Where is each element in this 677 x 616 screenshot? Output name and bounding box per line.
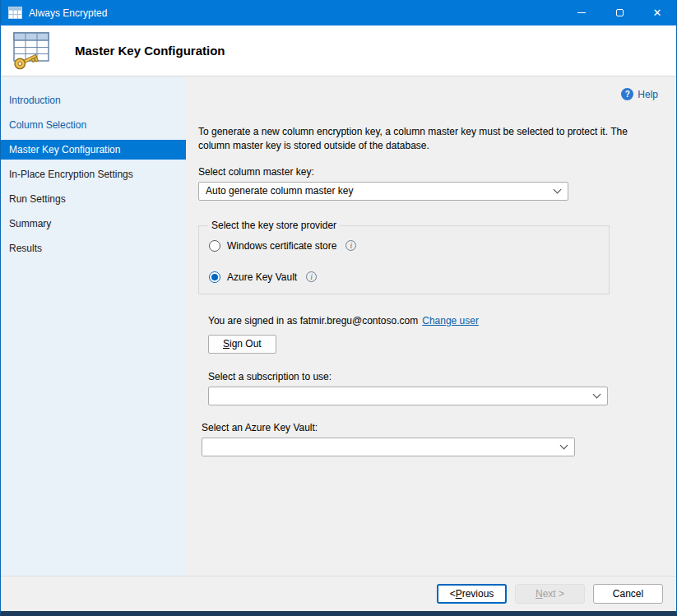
main-content: ? Help To generate a new column encrypti… bbox=[186, 76, 676, 576]
previous-label-mnemonic: P bbox=[456, 588, 462, 600]
sign-out-mnemonic: S bbox=[223, 338, 230, 350]
column-master-key-select[interactable]: Auto generate column master key bbox=[198, 182, 568, 201]
wizard-steps-sidebar: Introduction Column Selection Master Key… bbox=[1, 76, 186, 576]
subscription-select[interactable] bbox=[208, 387, 608, 405]
previous-label-pre: < bbox=[450, 588, 456, 600]
chevron-down-icon bbox=[554, 186, 562, 194]
always-encrypted-window: Always Encrypted ✕ bbox=[0, 0, 677, 616]
next-label-rest: ext > bbox=[543, 588, 564, 600]
help-link[interactable]: ? Help bbox=[198, 88, 658, 100]
info-icon[interactable]: i bbox=[345, 240, 356, 251]
sidebar-item-results[interactable]: Results bbox=[1, 239, 186, 258]
azure-key-vault-label: Select an Azure Key Vault: bbox=[202, 422, 658, 433]
azure-key-vault-radio[interactable] bbox=[209, 271, 220, 283]
column-master-key-selected-value: Auto generate column master key bbox=[206, 185, 554, 197]
sidebar-item-master-key-configuration[interactable]: Master Key Configuration bbox=[1, 140, 186, 160]
azure-key-vault-select[interactable] bbox=[202, 438, 575, 456]
windows-certificate-store-option[interactable]: Windows certificate store i bbox=[209, 240, 599, 252]
master-key-table-icon bbox=[9, 30, 53, 72]
sign-out-label: ign Out bbox=[230, 338, 262, 350]
chevron-down-icon bbox=[593, 391, 601, 399]
azure-key-vault-label: Azure Key Vault bbox=[227, 271, 297, 283]
help-icon: ? bbox=[621, 88, 633, 100]
minimize-button[interactable] bbox=[563, 0, 600, 25]
previous-button[interactable]: < Previous bbox=[437, 584, 507, 604]
maximize-button[interactable] bbox=[600, 0, 638, 25]
signed-in-email: fatmir.bregu@contoso.com bbox=[300, 315, 419, 327]
titlebar: Always Encrypted ✕ bbox=[1, 0, 676, 25]
cancel-label: Cancel bbox=[613, 588, 643, 600]
signed-in-prefix: You are signed in as bbox=[208, 315, 300, 327]
next-button[interactable]: Next > bbox=[515, 584, 585, 604]
chevron-down-icon bbox=[560, 442, 568, 450]
intro-text: To generate a new column encryption key,… bbox=[198, 125, 629, 153]
column-master-key-label: Select column master key: bbox=[198, 166, 658, 178]
subscription-label: Select a subscription to use: bbox=[208, 371, 658, 382]
windows-certificate-store-radio[interactable] bbox=[209, 240, 220, 252]
sidebar-item-summary[interactable]: Summary bbox=[1, 214, 186, 234]
sidebar-item-in-place-encryption-settings[interactable]: In-Place Encryption Settings bbox=[1, 164, 186, 184]
change-user-link[interactable]: Change user bbox=[422, 315, 479, 327]
info-icon[interactable]: i bbox=[306, 271, 317, 282]
sidebar-item-run-settings[interactable]: Run Settings bbox=[1, 189, 186, 209]
minimize-icon bbox=[577, 12, 586, 13]
azure-key-vault-option[interactable]: Azure Key Vault i bbox=[209, 271, 599, 283]
next-label-mnemonic: N bbox=[536, 588, 543, 600]
sign-out-button[interactable]: Sign Out bbox=[208, 335, 276, 354]
maximize-icon bbox=[616, 9, 624, 16]
close-icon: ✕ bbox=[653, 7, 662, 19]
help-label: Help bbox=[638, 89, 658, 100]
close-button[interactable]: ✕ bbox=[638, 0, 676, 25]
signed-in-status: You are signed in as fatmir.bregu@contos… bbox=[208, 315, 658, 327]
windows-certificate-store-label: Windows certificate store bbox=[227, 240, 336, 252]
wizard-header: Master Key Configuration bbox=[1, 25, 676, 76]
window-title: Always Encrypted bbox=[29, 7, 107, 19]
footer-button-bar: < Previous Next > Cancel bbox=[1, 576, 676, 611]
page-title: Master Key Configuration bbox=[75, 44, 225, 58]
key-store-provider-group: Select the key store provider Windows ce… bbox=[198, 225, 610, 294]
sidebar-item-introduction[interactable]: Introduction bbox=[1, 90, 186, 110]
sidebar-item-column-selection[interactable]: Column Selection bbox=[1, 115, 186, 135]
previous-label-rest: revious bbox=[462, 588, 494, 600]
wizard-body: Introduction Column Selection Master Key… bbox=[1, 76, 676, 576]
app-icon bbox=[8, 7, 22, 19]
cancel-button[interactable]: Cancel bbox=[593, 584, 663, 604]
key-store-provider-legend: Select the key store provider bbox=[208, 220, 340, 231]
